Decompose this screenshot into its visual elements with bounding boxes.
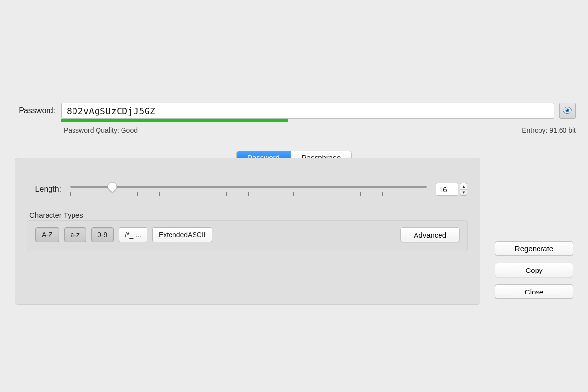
charset-symbols-button[interactable]: /*_ ...	[119, 227, 147, 242]
options-panel: Length: ▲ ▼	[15, 158, 480, 305]
length-value-group: ▲ ▼	[436, 183, 468, 196]
slider-tick	[405, 192, 405, 196]
action-buttons: Regenerate Copy Close	[495, 241, 573, 299]
regenerate-button[interactable]: Regenerate	[495, 241, 573, 256]
slider-tick	[248, 192, 249, 196]
slider-tick	[271, 192, 271, 196]
charset-extascii-button[interactable]: ExtendedASCII	[152, 227, 212, 242]
password-quality-fill	[61, 119, 288, 122]
password-generator-window: Password: Password Quality: Good Entropy…	[0, 0, 588, 392]
length-slider[interactable]	[70, 181, 427, 197]
length-stepper: ▲ ▼	[460, 183, 467, 196]
slider-ticks	[70, 192, 427, 196]
charset-upper-button[interactable]: A-Z	[35, 227, 59, 242]
slider-tick	[70, 192, 71, 196]
chevron-up-icon: ▲	[462, 184, 466, 189]
password-label: Password:	[12, 106, 61, 115]
copy-button[interactable]: Copy	[495, 263, 573, 277]
charset-digits-button[interactable]: 0-9	[91, 227, 114, 242]
slider-tick	[159, 192, 160, 196]
slider-thumb[interactable]	[107, 182, 118, 193]
password-quality-text: Password Quality: Good	[64, 126, 138, 134]
length-step-down[interactable]: ▼	[460, 189, 467, 195]
chevron-down-icon: ▼	[462, 190, 466, 195]
length-input[interactable]	[436, 183, 458, 196]
slider-tick	[360, 192, 361, 196]
slider-tick	[137, 192, 138, 196]
slider-tick	[338, 192, 338, 196]
character-types-group: Character Types A-Za-z0-9/*_ ...Extended…	[27, 220, 468, 251]
password-entropy-text: Entropy: 91.60 bit	[522, 126, 576, 134]
slider-tick	[316, 192, 316, 196]
password-input[interactable]	[61, 103, 554, 119]
slider-tick	[226, 192, 227, 196]
password-row: Password:	[12, 103, 576, 119]
svg-point-2	[566, 109, 567, 110]
slider-tick	[382, 192, 383, 196]
advanced-button[interactable]: Advanced	[400, 227, 460, 242]
length-step-up[interactable]: ▲	[460, 183, 467, 189]
slider-tick	[93, 192, 93, 196]
slider-tick	[427, 192, 427, 196]
password-input-wrap	[61, 103, 554, 119]
character-types-title: Character Types	[28, 211, 84, 219]
slider-track	[70, 186, 427, 188]
toggle-visibility-button[interactable]	[559, 103, 576, 119]
slider-tick	[204, 192, 204, 196]
password-quality-bar	[61, 119, 554, 122]
charset-lower-button[interactable]: a-z	[64, 227, 86, 242]
password-meta: Password Quality: Good Entropy: 91.60 bi…	[64, 126, 576, 134]
eye-icon	[563, 107, 572, 115]
close-button[interactable]: Close	[495, 284, 573, 299]
slider-tick	[182, 192, 182, 196]
character-types-row: A-Za-z0-9/*_ ...ExtendedASCII Advanced	[35, 227, 460, 242]
length-label: Length:	[27, 185, 61, 194]
length-row: Length: ▲ ▼	[27, 181, 468, 197]
slider-tick	[293, 192, 294, 196]
